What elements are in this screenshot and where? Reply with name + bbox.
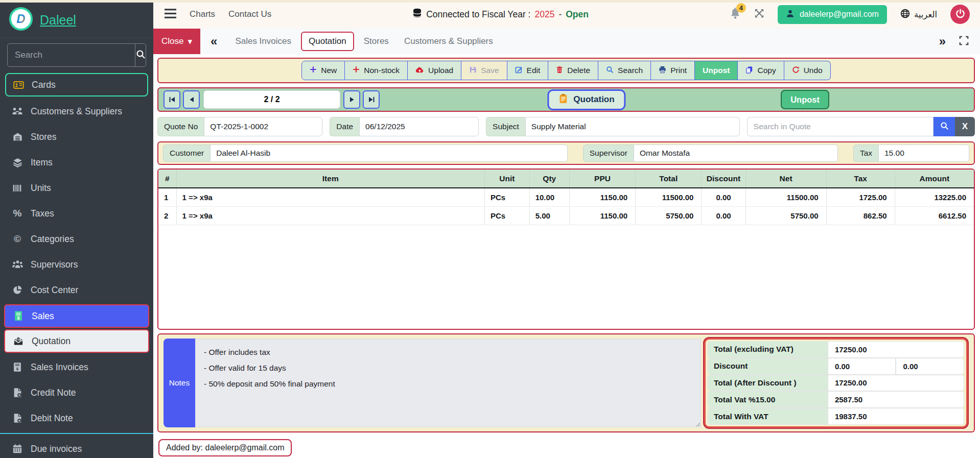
sidebar-item-due-invoices[interactable]: Due invoices bbox=[0, 436, 153, 458]
tab-sales-invoices[interactable]: Sales Invoices bbox=[227, 36, 299, 46]
last-record-button[interactable] bbox=[363, 90, 380, 109]
post-status-button[interactable]: Unpost bbox=[781, 90, 829, 109]
col-net: Net bbox=[745, 170, 826, 188]
tax-input[interactable] bbox=[878, 144, 969, 162]
date-field: Date bbox=[330, 117, 479, 136]
new-button[interactable]: New bbox=[301, 61, 345, 80]
sidebar-item-customers-suppliers[interactable]: Customers & Suppliers bbox=[0, 99, 153, 124]
nav-link-charts[interactable]: Charts bbox=[190, 9, 215, 19]
sidebar-divider bbox=[0, 433, 153, 434]
notes-label: Notes bbox=[164, 339, 195, 427]
nav-link-contact-us[interactable]: Contact Us bbox=[228, 9, 271, 19]
pie-chart-icon bbox=[11, 285, 24, 295]
user-account-button[interactable]: daleelerp@gmail.com bbox=[778, 5, 887, 24]
sidebar-nav: Cards Customers & Suppliers Stores Items bbox=[0, 73, 153, 458]
tab-quotation[interactable]: Quotation bbox=[301, 32, 354, 51]
power-icon bbox=[955, 9, 965, 20]
language-label: العربية bbox=[914, 10, 937, 19]
sidebar-item-label: Sales bbox=[32, 311, 54, 322]
record-position-input[interactable] bbox=[203, 90, 340, 109]
previous-record-button[interactable] bbox=[183, 90, 200, 109]
notifications-button[interactable]: 4 bbox=[730, 7, 741, 21]
table-row[interactable]: 2 1 => x9a PCs 5.00 1150.00 5750.00 0.00… bbox=[158, 206, 974, 225]
sidebar-item-cards[interactable]: Cards bbox=[5, 73, 148, 97]
fiscal-year-status: Connected to Fiscal Year : 2025 - Open bbox=[285, 8, 716, 21]
first-record-button[interactable] bbox=[164, 90, 180, 109]
sidebar-item-cost-center[interactable]: Cost Center bbox=[0, 277, 153, 303]
subject-input[interactable] bbox=[525, 117, 740, 136]
tab-stores[interactable]: Stores bbox=[356, 36, 396, 46]
sidebar-item-label: Cards bbox=[32, 80, 56, 90]
clear-search-button[interactable]: X bbox=[955, 117, 975, 136]
delete-button[interactable]: Delete bbox=[548, 61, 598, 80]
next-record-button[interactable] bbox=[343, 90, 360, 109]
logout-button[interactable] bbox=[950, 5, 970, 24]
brand-name[interactable]: Daleel bbox=[40, 13, 76, 28]
save-button[interactable]: Save bbox=[461, 61, 507, 80]
unpost-button[interactable]: Unpost bbox=[695, 61, 738, 80]
subject-label: Subject bbox=[486, 117, 525, 136]
printer-icon bbox=[659, 66, 666, 76]
brand[interactable]: D Daleel bbox=[0, 0, 153, 38]
expand-arrows-icon[interactable] bbox=[754, 8, 764, 20]
warehouse-icon bbox=[11, 132, 24, 142]
search-in-quote-button[interactable] bbox=[934, 117, 955, 136]
undo-button[interactable]: Undo bbox=[784, 61, 831, 80]
sidebar-item-label: Customers & Suppliers bbox=[31, 106, 122, 117]
print-button[interactable]: Print bbox=[651, 61, 695, 80]
sidebar-item-taxes[interactable]: % Taxes bbox=[0, 201, 153, 226]
language-switch[interactable]: العربية bbox=[900, 9, 937, 20]
table-row[interactable]: 1 1 => x9a PCs 10.00 1150.00 11500.00 0.… bbox=[158, 188, 974, 206]
sidebar-item-sales-invoices[interactable]: $ Sales Invoices bbox=[0, 354, 153, 380]
sidebar-item-label: Debit Note bbox=[31, 413, 73, 424]
sidebar-item-label: Credit Note bbox=[31, 388, 76, 398]
customer-input[interactable] bbox=[210, 144, 568, 162]
sidebar-item-units[interactable]: Units bbox=[0, 175, 153, 201]
chevrons-left-icon[interactable]: « bbox=[211, 34, 217, 49]
non-stock-button[interactable]: Non-stock bbox=[345, 61, 408, 80]
col-unit: Unit bbox=[484, 170, 529, 188]
doc-type-badge[interactable]: Quotation bbox=[547, 89, 625, 110]
sidebar-item-items[interactable]: Items bbox=[0, 150, 153, 175]
toolbar-panel: New Non-stock Upload Save bbox=[157, 58, 975, 83]
percent-icon: % bbox=[11, 208, 24, 219]
tab-bar: Close ▾ « Sales Invoices Quotation Store… bbox=[153, 29, 980, 54]
col-index: # bbox=[158, 170, 176, 188]
search-in-quote-input[interactable] bbox=[747, 117, 934, 136]
svg-text:D: D bbox=[16, 12, 25, 26]
tab-customers-suppliers[interactable]: Customers & Suppliers bbox=[396, 36, 501, 46]
table-header-row: # Item Unit Qty PPU Total Discount Net T… bbox=[158, 170, 974, 188]
clear-x-label: X bbox=[962, 122, 968, 131]
sidebar-item-label: Units bbox=[31, 183, 51, 194]
quote-no-field: Quote No bbox=[157, 117, 322, 136]
date-input[interactable] bbox=[359, 117, 479, 136]
sidebar-search-input[interactable] bbox=[8, 44, 135, 66]
sidebar-item-label: Supervisors bbox=[31, 259, 78, 270]
discount-row: Discount 0.00 0.00 bbox=[708, 358, 964, 375]
sidebar-item-categories[interactable]: © Categories bbox=[0, 226, 153, 252]
close-button[interactable]: Close ▾ bbox=[153, 29, 200, 54]
sidebar-item-debit-note[interactable]: Debit Note bbox=[0, 405, 153, 431]
notes-textarea[interactable]: - Offer includes tax - Offer valid for 1… bbox=[195, 339, 701, 427]
hamburger-menu-icon[interactable] bbox=[165, 9, 176, 20]
edit-button[interactable]: Edit bbox=[507, 61, 549, 80]
sidebar-item-quotation[interactable]: Quotation bbox=[4, 329, 149, 353]
caret-down-icon: ▾ bbox=[188, 36, 192, 47]
search-record-button[interactable]: Search bbox=[598, 61, 651, 80]
sidebar-item-stores[interactable]: Stores bbox=[0, 124, 153, 150]
svg-text:$: $ bbox=[16, 367, 19, 371]
chevrons-right-icon[interactable]: » bbox=[939, 34, 946, 49]
sidebar-item-sales[interactable]: $ Sales bbox=[4, 304, 149, 328]
plus-icon bbox=[310, 66, 317, 75]
upload-button[interactable]: Upload bbox=[408, 61, 461, 80]
supervisor-input[interactable] bbox=[634, 144, 838, 162]
clipboard-icon bbox=[558, 93, 568, 106]
total-with-vat-row: Total With VAT 19837.50 bbox=[708, 408, 964, 425]
cloud-upload-icon bbox=[415, 66, 424, 76]
quote-no-input[interactable] bbox=[204, 117, 322, 136]
sidebar-search-button[interactable] bbox=[135, 44, 146, 66]
fullscreen-icon[interactable] bbox=[959, 36, 969, 47]
copy-button[interactable]: Copy bbox=[738, 61, 784, 80]
sidebar-item-supervisors[interactable]: Supervisors bbox=[0, 252, 153, 277]
sidebar-item-credit-note[interactable]: Credit Note bbox=[0, 380, 153, 405]
